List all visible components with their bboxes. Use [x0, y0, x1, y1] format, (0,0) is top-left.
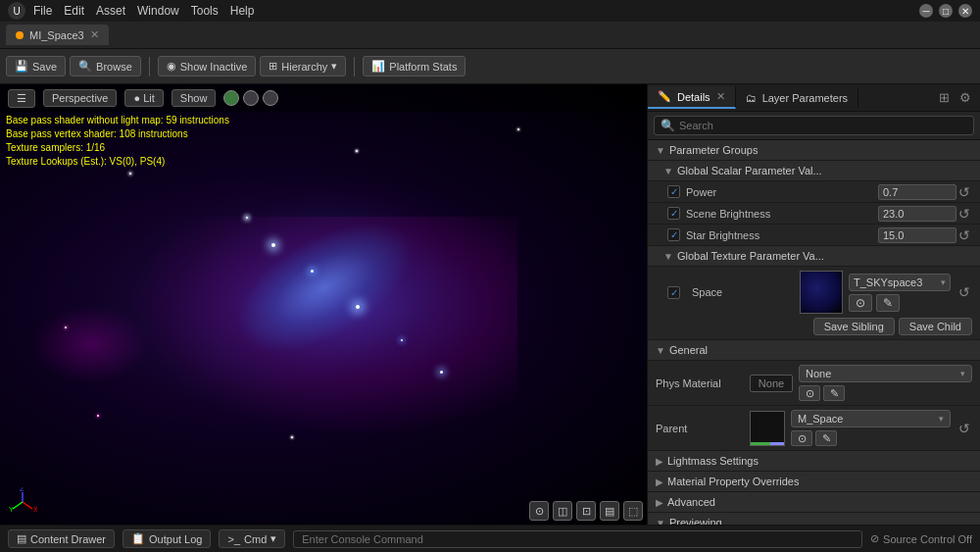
power-value[interactable]	[878, 184, 956, 200]
section-parameter-groups[interactable]: ▼ Parameter Groups	[648, 140, 980, 161]
menu-edit[interactable]: Edit	[64, 4, 84, 18]
vp-circle-2[interactable]	[243, 90, 259, 106]
menu-bar: File Edit Asset Window Tools Help	[33, 4, 254, 18]
panel-scroll[interactable]: ▼ Parameter Groups ▼ Global Scalar Param…	[648, 140, 980, 525]
section-advanced[interactable]: ▶ Advanced	[648, 492, 980, 513]
search-input[interactable]	[679, 120, 967, 131]
platform-stats-button[interactable]: 📊 Platform Stats	[363, 56, 466, 76]
vb-icon-2[interactable]: ◫	[553, 501, 572, 521]
power-reset-button[interactable]: ↺	[956, 184, 972, 200]
vb-icon-1[interactable]: ⊙	[529, 501, 549, 521]
phys-material-browse-button[interactable]: ⊙	[799, 385, 820, 401]
lit-button[interactable]: ● Lit	[124, 89, 163, 107]
scene-brightness-value[interactable]	[878, 206, 956, 222]
phys-material-edit-button[interactable]: ✎	[823, 385, 845, 401]
panel-settings-button[interactable]: ⚙	[956, 88, 974, 107]
hierarchy-button[interactable]: ⊞ Hierarchy ▾	[260, 56, 346, 76]
scene-brightness-checkbox[interactable]: ✓	[667, 207, 680, 220]
menu-tools[interactable]: Tools	[191, 4, 219, 18]
separator-2	[354, 57, 355, 76]
star-brightness-checkbox[interactable]: ✓	[667, 228, 680, 241]
hamburger-menu-button[interactable]: ☰	[8, 89, 35, 108]
svg-text:X: X	[33, 506, 37, 513]
section-previewing[interactable]: ▼ Previewing	[648, 513, 980, 525]
lit-icon: ●	[133, 92, 140, 104]
texture-browse-button[interactable]: ⊙	[849, 294, 872, 312]
menu-asset[interactable]: Asset	[96, 4, 125, 18]
save-button[interactable]: 💾 Save	[6, 56, 66, 76]
star-8	[97, 415, 99, 417]
parent-dropdown[interactable]: M_Space ▾	[791, 410, 951, 427]
separator	[149, 57, 150, 76]
tab-layer-parameters[interactable]: 🗂 Layer Parameters	[736, 88, 858, 108]
texture-clear-button[interactable]: ✎	[876, 294, 900, 312]
star-9	[65, 326, 67, 328]
scene-brightness-reset-button[interactable]: ↺	[956, 206, 972, 222]
panel-grid-button[interactable]: ⊞	[936, 88, 953, 107]
console-input[interactable]	[293, 530, 862, 548]
content-drawer-button[interactable]: ▤ Content Drawer	[8, 529, 115, 548]
section-global-scalar[interactable]: ▼ Global Scalar Parameter Val...	[648, 161, 980, 181]
star-3	[356, 305, 360, 309]
perspective-button[interactable]: Perspective	[43, 89, 117, 107]
debug-line-3: Texture samplers: 1/16	[6, 141, 229, 155]
texture-reset-button[interactable]: ↺	[956, 284, 972, 300]
show-button[interactable]: Show	[172, 89, 217, 107]
space-checkbox[interactable]: ✓	[667, 286, 680, 299]
debug-info: Base pass shader without light map: 59 i…	[6, 114, 229, 169]
menu-file[interactable]: File	[33, 4, 52, 18]
minimize-button[interactable]: ─	[919, 4, 933, 18]
cmd-button[interactable]: >_ Cmd ▾	[219, 529, 285, 548]
browse-button[interactable]: 🔍 Browse	[70, 56, 141, 76]
section-lightmass[interactable]: ▶ Lightmass Settings	[648, 451, 980, 472]
tab-details[interactable]: ✏️ Details ✕	[648, 86, 736, 109]
viewport[interactable]: ☰ Perspective ● Lit Show Base pass shade…	[0, 84, 647, 525]
space-label: Space	[692, 286, 794, 298]
save-sibling-button[interactable]: Save Sibling	[813, 318, 895, 335]
vp-circle-1[interactable]	[223, 90, 239, 106]
section-global-texture[interactable]: ▼ Global Texture Parameter Va...	[648, 246, 980, 267]
chevron-down-icon: ▾	[331, 60, 337, 73]
phys-material-actions: ⊙ ✎	[799, 385, 972, 401]
vb-icon-4[interactable]: ▤	[600, 501, 619, 521]
section-general[interactable]: ▼ General	[648, 340, 980, 361]
source-control-icon: ⊘	[870, 532, 879, 545]
asset-tab[interactable]: MI_Space3 ✕	[6, 25, 109, 45]
texture-dropdown[interactable]: T_SKYspace3 ▾	[849, 274, 951, 291]
power-checkbox[interactable]: ✓	[667, 185, 680, 198]
parent-browse-button[interactable]: ⊙	[791, 430, 812, 446]
viewport-top-bar: ☰ Perspective ● Lit Show	[0, 84, 647, 112]
parent-thumb	[750, 411, 785, 446]
right-panel: ✏️ Details ✕ 🗂 Layer Parameters ⊞ ⚙ 🔍	[647, 84, 980, 525]
app-logo: U	[8, 2, 25, 20]
parent-reset-button[interactable]: ↺	[956, 421, 972, 436]
parent-label: Parent	[656, 423, 744, 434]
close-button[interactable]: ✕	[958, 4, 972, 18]
vb-icon-3[interactable]: ⊡	[576, 501, 596, 521]
collapse-arrow-texture-icon: ▼	[663, 251, 673, 262]
star-4	[401, 339, 403, 341]
star-brightness-value[interactable]	[878, 227, 956, 243]
menu-help[interactable]: Help	[230, 4, 255, 18]
search-input-wrap[interactable]: 🔍	[654, 116, 974, 135]
texture-save-buttons: Save Sibling Save Child	[667, 318, 972, 335]
output-log-button[interactable]: 📋 Output Log	[122, 529, 211, 548]
vb-icon-5[interactable]: ⬚	[623, 501, 643, 521]
collapse-arrow-overrides-icon: ▶	[656, 477, 663, 487]
show-inactive-button[interactable]: ◉ Show Inactive	[158, 56, 256, 76]
phys-material-dropdown[interactable]: None ▾	[799, 365, 972, 382]
parent-row: Parent M_Space ▾ ⊙ ✎ ↺	[648, 406, 980, 451]
maximize-button[interactable]: □	[939, 4, 953, 18]
vp-circle-3[interactable]	[263, 90, 278, 106]
details-pencil-icon: ✏️	[658, 90, 671, 103]
save-child-button[interactable]: Save Child	[899, 318, 972, 335]
cmd-dropdown-arrow-icon: ▾	[270, 532, 276, 545]
platform-icon: 📊	[371, 60, 385, 73]
tab-close-button[interactable]: ✕	[90, 28, 99, 41]
parent-edit-button[interactable]: ✎	[815, 430, 837, 446]
collapse-arrow-icon: ▼	[656, 145, 665, 156]
details-tab-close[interactable]: ✕	[716, 90, 725, 103]
star-brightness-reset-button[interactable]: ↺	[956, 227, 972, 243]
menu-window[interactable]: Window	[137, 4, 179, 18]
section-material-overrides[interactable]: ▶ Material Property Overrides	[648, 472, 980, 492]
